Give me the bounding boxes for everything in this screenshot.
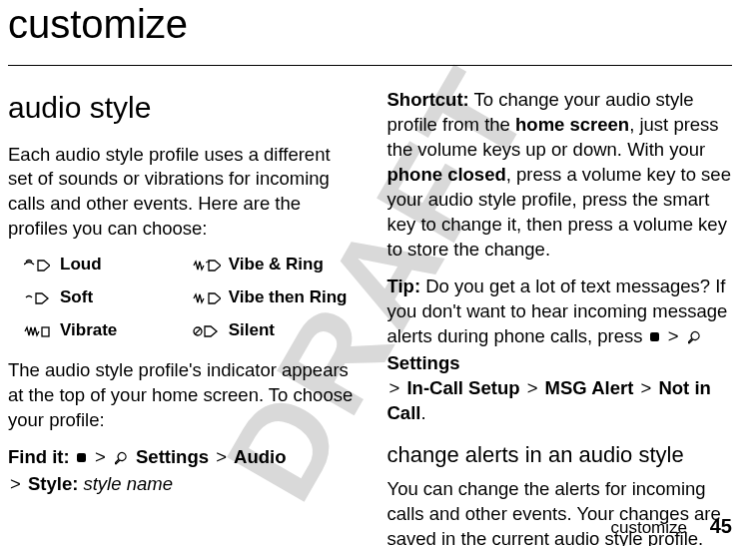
profile-label: Vibrate	[60, 319, 117, 342]
find-it-label: Find it:	[8, 446, 70, 467]
settings-icon	[115, 445, 129, 470]
nav-stylename: style name	[83, 473, 172, 494]
profile-loud: Loud	[24, 254, 185, 276]
nav-sep: >	[95, 446, 106, 467]
after-profiles-text: The audio style profile's indicator appe…	[8, 358, 354, 433]
profile-label: Soft	[60, 286, 93, 309]
settings-icon	[688, 324, 702, 349]
nav-sep: >	[668, 325, 679, 346]
intro-text: Each audio style profile uses a differen…	[8, 143, 354, 243]
profile-vibrate: Vibrate	[24, 319, 185, 342]
profile-vibe-ring: Vibe & Ring	[193, 254, 354, 276]
profile-vibe-then-ring: Vibe then Ring	[193, 286, 354, 309]
center-key-icon	[650, 332, 659, 341]
divider	[8, 65, 732, 66]
shortcut-label: Shortcut:	[387, 89, 469, 110]
subsection-change-alerts: change alerts in an audio style	[387, 440, 733, 470]
nav-settings: Settings	[387, 352, 460, 373]
center-key-icon	[77, 453, 86, 462]
silent-icon	[193, 324, 221, 338]
profiles-grid: Loud Vibe & Ring Soft	[24, 254, 354, 342]
nav-settings: Settings	[136, 446, 209, 467]
nav-sep: >	[389, 377, 400, 398]
profile-label: Loud	[60, 254, 102, 276]
right-column: Shortcut: To change your audio style pro…	[387, 88, 733, 546]
profile-label: Silent	[229, 319, 275, 342]
profile-label: Vibe then Ring	[229, 286, 348, 309]
vibrate-icon	[24, 324, 52, 338]
nav-style: Style:	[28, 473, 78, 494]
home-screen: home screen	[515, 114, 629, 135]
nav-incall: In-Call Setup	[406, 377, 519, 398]
nav-sep: >	[10, 473, 21, 494]
phone-closed: phone closed	[387, 164, 506, 185]
nav-msgalert: MSG Alert	[545, 377, 634, 398]
period: .	[420, 402, 425, 423]
vibe-ring-icon	[193, 259, 221, 273]
section-audio-style: audio style	[8, 88, 354, 129]
left-column: audio style Each audio style profile use…	[8, 88, 354, 546]
svg-rect-0	[42, 327, 49, 336]
nav-sep: >	[216, 446, 227, 467]
loud-icon	[24, 259, 52, 273]
change-alerts-text: You can change the alerts for incoming c…	[387, 477, 733, 546]
find-it-left: Find it: > Settings > Audio > Style: sty…	[8, 445, 354, 497]
nav-audio: Audio	[234, 446, 286, 467]
tip-label: Tip:	[387, 275, 421, 296]
vibe-then-ring-icon	[193, 291, 221, 305]
tip-paragraph: Tip: Do you get a lot of text messages? …	[387, 274, 733, 426]
profile-label: Vibe & Ring	[229, 254, 324, 276]
shortcut-paragraph: Shortcut: To change your audio style pro…	[387, 88, 733, 263]
page-title: customize	[8, 0, 732, 47]
svg-line-2	[195, 328, 201, 334]
profile-soft: Soft	[24, 286, 185, 309]
profile-silent: Silent	[193, 319, 354, 342]
nav-sep: >	[527, 377, 538, 398]
nav-sep: >	[641, 377, 652, 398]
soft-icon	[24, 291, 52, 305]
